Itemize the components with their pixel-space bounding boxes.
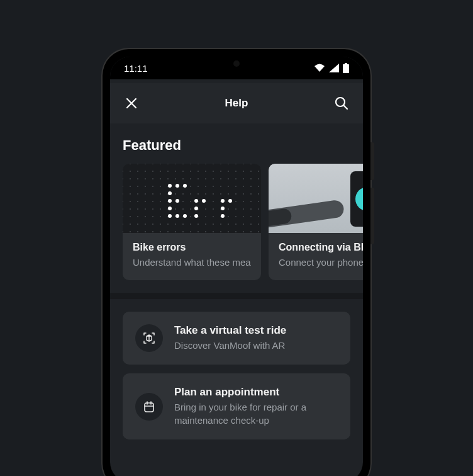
ar-icon-wrap	[135, 324, 163, 352]
app-header: Help	[110, 83, 363, 123]
action-virtual-test-ride[interactable]: Take a virtual test ride Discover VanMoo…	[123, 312, 350, 365]
svg-rect-1	[345, 63, 347, 64]
bluetooth-icon	[362, 191, 363, 207]
action-title: Take a virtual test ride	[174, 324, 338, 337]
featured-card-bike-errors[interactable]: Bike errors Understand what these mean.	[123, 164, 261, 280]
page-title: Help	[140, 97, 333, 110]
card-illustration-bluetooth: 3	[269, 164, 363, 233]
phone-camera-notch	[233, 60, 240, 67]
section-divider	[110, 293, 363, 299]
card-subtitle: Connect your phone to bike	[279, 256, 363, 269]
action-subtitle: Bring in your bike for repair or a maint…	[174, 401, 338, 427]
close-button[interactable]	[123, 94, 140, 112]
card-title: Connecting via Bluetooth	[279, 242, 363, 253]
search-button[interactable]	[333, 94, 350, 112]
card-title: Bike errors	[133, 242, 251, 253]
ar-cube-icon	[142, 331, 156, 345]
status-time: 11:11	[124, 63, 148, 74]
featured-heading: Featured	[110, 123, 363, 164]
search-icon	[334, 96, 349, 111]
phone-side-button	[370, 188, 374, 244]
close-icon	[125, 97, 138, 110]
svg-rect-0	[343, 64, 349, 73]
status-icons	[314, 63, 349, 73]
featured-cards-row[interactable]: Bike errors Understand what these mean.	[110, 164, 363, 293]
cellular-icon	[329, 64, 339, 72]
svg-rect-3	[145, 403, 153, 412]
content-area: Featured	[110, 123, 363, 461]
calendar-icon	[142, 400, 156, 414]
action-subtitle: Discover VanMoof with AR	[174, 339, 338, 352]
battery-icon	[343, 63, 349, 73]
action-title: Plan an appointment	[174, 386, 338, 399]
phone-frame: 11:11 Help Featured	[103, 49, 370, 476]
action-plan-appointment[interactable]: Plan an appointment Bring in your bike f…	[123, 373, 350, 439]
card-subtitle: Understand what these mean.	[133, 256, 251, 269]
wifi-icon	[314, 64, 325, 72]
card-illustration-dot-matrix	[123, 164, 261, 233]
calendar-icon-wrap	[135, 393, 163, 421]
actions-list: Take a virtual test ride Discover VanMoo…	[110, 299, 363, 461]
featured-card-bluetooth[interactable]: 3 Connecting via Bluetooth Connect your …	[269, 164, 363, 280]
phone-side-button	[370, 142, 374, 180]
screen: 11:11 Help Featured	[110, 57, 363, 476]
